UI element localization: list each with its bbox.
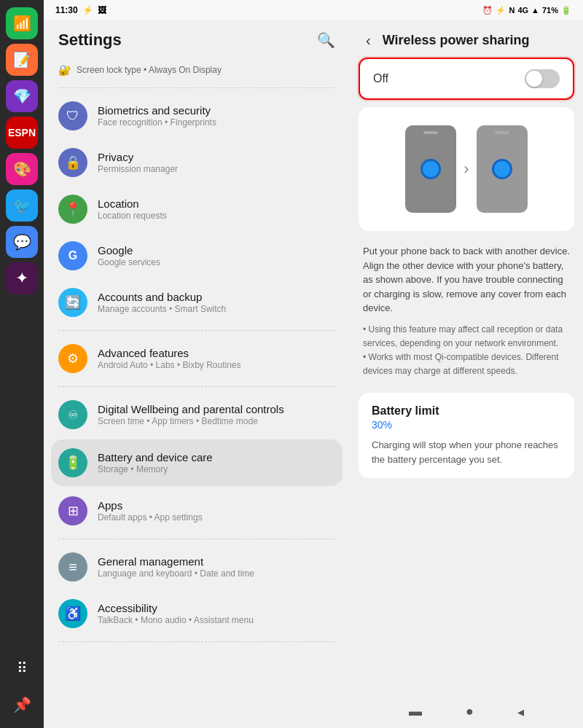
- settings-title: Settings: [58, 31, 122, 50]
- settings-item-general[interactable]: ≡ General management Language and keyboa…: [44, 544, 350, 590]
- palette-icon[interactable]: 🎨: [6, 153, 38, 185]
- apps-icon: ⊞: [58, 496, 87, 525]
- espn-icon[interactable]: ESPN: [6, 117, 38, 149]
- wellbeing-sub: Screen time • App timers • Bedtime mode: [98, 416, 335, 426]
- wifi-status-icon: ▲: [531, 6, 539, 15]
- advanced-name: Advanced features: [98, 347, 335, 359]
- battery-icon: 🔋: [561, 6, 571, 15]
- back-nav-button[interactable]: ◂: [517, 704, 524, 720]
- biometrics-icon: 🛡: [58, 101, 87, 130]
- status-left: 11:30 ⚡ 🖼: [55, 5, 106, 15]
- battery-limit-percentage: 30%: [372, 419, 561, 431]
- battery-limit-card[interactable]: Battery limit 30% Charging will stop whe…: [359, 393, 574, 478]
- status-bar: 11:30 ⚡ 🖼 ⏰ ⚡ N 4G ▲ 71% 🔋: [44, 0, 583, 20]
- phone-source: [405, 125, 456, 213]
- gem-icon[interactable]: 💎: [6, 80, 38, 112]
- divider-4: [58, 539, 335, 539]
- chat-icon[interactable]: 💬: [6, 226, 38, 258]
- right-panel-title: Wireless power sharing: [383, 33, 530, 48]
- settings-item-apps[interactable]: ⊞ Apps Default apps • App settings: [44, 488, 350, 534]
- location-icon: 📍: [58, 195, 87, 224]
- settings-item-biometrics[interactable]: 🛡 Biometrics and security Face recogniti…: [44, 93, 350, 139]
- charging-icon: ⚡: [82, 5, 93, 15]
- time-display: 11:30: [55, 5, 78, 15]
- apps-text: Apps Default apps • App settings: [98, 499, 335, 522]
- settings-panel: Settings 🔍 🔐 Screen lock type • Always O…: [44, 20, 350, 728]
- biometrics-text: Biometrics and security Face recognition…: [98, 104, 335, 128]
- wellbeing-icon: ♾: [58, 400, 87, 429]
- accessibility-icon: ♿: [58, 599, 87, 628]
- accessibility-sub: TalkBack • Mono audio • Assistant menu: [98, 615, 335, 625]
- slack-icon[interactable]: ✦: [6, 262, 38, 294]
- biometrics-name: Biometrics and security: [98, 104, 335, 117]
- app-dock: 📶 📝 💎 ESPN 🎨 🐦 💬 ✦ ⠿ 📌: [0, 0, 44, 728]
- advanced-icon: ⚙: [58, 344, 87, 373]
- advanced-sub: Android Auto • Labs • Bixby Routines: [98, 360, 335, 370]
- search-icon[interactable]: 🔍: [317, 31, 335, 49]
- twitter-icon[interactable]: 🐦: [6, 189, 38, 222]
- bullet-1: • Using this feature may affect call rec…: [363, 323, 570, 351]
- settings-item-location[interactable]: 📍 Location Location requests: [44, 186, 350, 232]
- wireless-dot-source: [420, 159, 441, 179]
- pin-icon[interactable]: 📌: [6, 689, 38, 721]
- bluetooth-icon: ⚡: [496, 6, 506, 15]
- grid-icon[interactable]: ⠿: [6, 652, 38, 684]
- general-text: General management Language and keyboard…: [98, 555, 335, 579]
- bullet-2: • Works with most Qi-compatible devices.…: [363, 351, 570, 378]
- privacy-sub: Permission manager: [98, 164, 335, 174]
- accessibility-text: Accessibility TalkBack • Mono audio • As…: [98, 602, 335, 625]
- privacy-icon: 🔒: [58, 148, 87, 177]
- google-name: Google: [98, 244, 335, 257]
- settings-item-google[interactable]: G Google Google services: [44, 232, 350, 279]
- screenshot-icon: 🖼: [98, 5, 106, 15]
- general-sub: Language and keyboard • Date and time: [98, 568, 335, 579]
- toggle-row[interactable]: Off: [359, 58, 574, 100]
- settings-header: Settings 🔍: [44, 20, 350, 57]
- wellbeing-text: Digital Wellbeing and parental controls …: [98, 403, 335, 426]
- right-panel: ‹ Wireless power sharing Off › Put: [350, 20, 583, 728]
- notes-icon[interactable]: 📝: [6, 44, 38, 76]
- settings-item-privacy[interactable]: 🔒 Privacy Permission manager: [44, 139, 350, 186]
- apps-name: Apps: [98, 499, 335, 512]
- battery-limit-title: Battery limit: [372, 404, 561, 418]
- home-button[interactable]: ●: [466, 704, 474, 719]
- divider-1: [58, 87, 335, 88]
- top-item[interactable]: 🔐 Screen lock type • Always On Display: [44, 57, 350, 83]
- top-item-label: Screen lock type • Always On Display: [77, 65, 222, 75]
- divider-3: [58, 386, 335, 387]
- accounts-name: Accounts and backup: [98, 291, 335, 303]
- signal-icon: 4G: [517, 6, 528, 15]
- general-name: General management: [98, 555, 335, 568]
- back-button[interactable]: ‹: [361, 31, 375, 50]
- battery-care-icon: 🔋: [58, 448, 87, 477]
- google-icon: G: [58, 241, 87, 270]
- battery-text: Battery and device care Storage • Memory: [98, 451, 335, 474]
- battery-level: 71%: [542, 6, 558, 15]
- wireless-sharing-toggle[interactable]: [525, 69, 560, 88]
- phone-target: [477, 125, 528, 213]
- privacy-name: Privacy: [98, 151, 335, 163]
- accounts-sub: Manage accounts • Smart Switch: [98, 304, 335, 314]
- bottom-nav: ▬ ● ◂: [350, 699, 583, 728]
- battery-limit-description: Charging will stop when your phone reach…: [372, 438, 561, 466]
- device-illustration: ›: [359, 107, 574, 231]
- recents-button[interactable]: ▬: [409, 704, 422, 719]
- battery-name: Battery and device care: [98, 451, 335, 463]
- settings-item-wellbeing[interactable]: ♾ Digital Wellbeing and parental control…: [44, 391, 350, 438]
- settings-item-accessibility[interactable]: ♿ Accessibility TalkBack • Mono audio • …: [44, 590, 350, 637]
- location-text: Location Location requests: [98, 197, 335, 221]
- settings-item-accounts[interactable]: 🔄 Accounts and backup Manage accounts • …: [44, 279, 350, 326]
- biometrics-sub: Face recognition • Fingerprints: [98, 117, 335, 128]
- settings-item-advanced[interactable]: ⚙ Advanced features Android Auto • Labs …: [44, 335, 350, 382]
- right-header: ‹ Wireless power sharing: [350, 20, 583, 58]
- alarm-icon: ⏰: [482, 6, 493, 15]
- location-name: Location: [98, 197, 335, 210]
- apps-sub: Default apps • App settings: [98, 512, 335, 522]
- accounts-icon: 🔄: [58, 288, 87, 317]
- divider-2: [58, 330, 335, 331]
- main-area: 11:30 ⚡ 🖼 ⏰ ⚡ N 4G ▲ 71% 🔋 Settings 🔍 🔐: [44, 0, 583, 728]
- description-main: Put your phone back to back with another…: [363, 244, 570, 316]
- settings-item-battery[interactable]: 🔋 Battery and device care Storage • Memo…: [51, 439, 343, 486]
- divider-5: [58, 641, 335, 642]
- wifi-icon[interactable]: 📶: [6, 7, 38, 39]
